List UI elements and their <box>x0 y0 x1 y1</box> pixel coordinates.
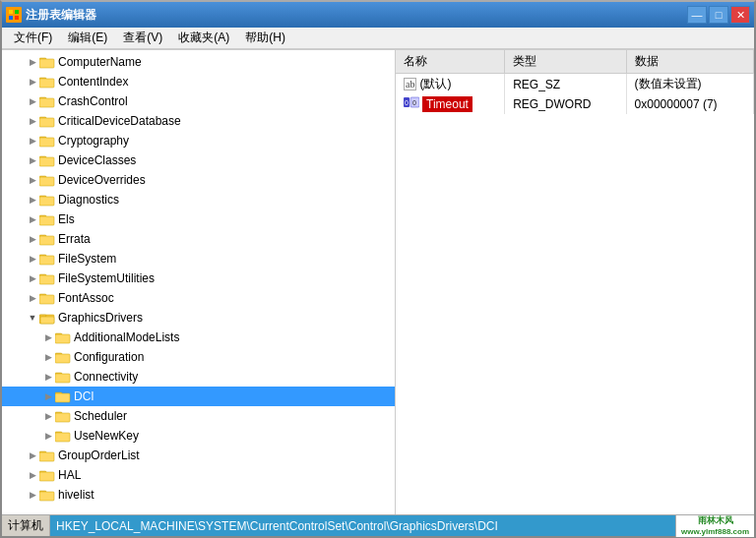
tree-item-hivelist[interactable]: ▶ hivelist <box>2 485 395 505</box>
svg-rect-42 <box>55 413 70 422</box>
tree-item-useNewKey[interactable]: ▶ UseNewKey <box>2 426 395 446</box>
col-header-data[interactable]: 数据 <box>626 50 753 74</box>
tree-item-crashControl[interactable]: ▶ CrashControl <box>2 91 395 111</box>
tree-item-diagnostics[interactable]: ▶ Diagnostics <box>2 190 395 209</box>
menu-help[interactable]: 帮助(H) <box>237 28 293 48</box>
close-button[interactable]: ✕ <box>730 6 750 24</box>
tree-item-dci[interactable]: ▶ DCI <box>2 387 395 406</box>
folder-icon <box>55 370 71 384</box>
tree-item-fileSystemUtilities[interactable]: ▶ FileSystemUtilities <box>2 269 395 288</box>
svg-rect-36 <box>55 354 70 363</box>
folder-icon <box>39 252 55 266</box>
window-controls: — □ ✕ <box>687 6 750 24</box>
menu-edit[interactable]: 编辑(E) <box>60 28 115 48</box>
reg-data-cell: 0x00000007 (7) <box>626 94 753 114</box>
tree-item-label: CrashControl <box>58 94 128 108</box>
tree-item-contentIndex[interactable]: ▶ ContentIndex <box>2 72 395 91</box>
main-content: ▶ ComputerName▶ ContentIndex▶ CrashContr… <box>2 49 754 514</box>
dword-icon: 0 0 <box>404 96 419 108</box>
svg-rect-23 <box>39 236 54 245</box>
folder-icon <box>39 173 55 187</box>
svg-rect-3 <box>15 16 19 20</box>
tree-item-hal[interactable]: ▶ HAL <box>2 465 395 485</box>
expand-icon: ▶ <box>41 429 55 443</box>
svg-rect-11 <box>39 118 54 127</box>
table-row-timeout[interactable]: 0 0 Timeout REG_DWORD 0x00000007 (7) <box>396 94 754 114</box>
table-row-default[interactable]: ab(默认) REG_SZ (数值未设置) <box>396 74 754 95</box>
tree-item-criticalDeviceDatabase[interactable]: ▶ CriticalDeviceDatabase <box>2 111 395 131</box>
status-path: HKEY_LOCAL_MACHINE\SYSTEM\CurrentControl… <box>50 515 675 536</box>
col-header-type[interactable]: 类型 <box>505 50 626 74</box>
folder-icon <box>55 409 71 423</box>
registry-values-panel: 名称 类型 数据 ab(默认) REG_SZ (数值未设置) 0 0 Timeo… <box>396 50 754 514</box>
expand-icon: ▶ <box>26 291 39 305</box>
tree-item-label: FileSystem <box>58 252 116 266</box>
menu-favorites[interactable]: 收藏夹(A) <box>170 28 237 48</box>
maximize-button[interactable]: □ <box>709 6 728 24</box>
reg-type-cell: REG_SZ <box>505 74 626 95</box>
status-logo: 雨林木风www.ylmf888.com <box>675 515 754 537</box>
expand-icon: ▶ <box>41 330 55 344</box>
folder-icon <box>39 193 55 207</box>
tree-item-scheduler[interactable]: ▶ Scheduler <box>2 406 395 426</box>
expand-icon: ▶ <box>26 212 39 226</box>
registry-tree[interactable]: ▶ ComputerName▶ ContentIndex▶ CrashContr… <box>2 50 395 514</box>
svg-rect-13 <box>39 138 54 147</box>
values-table-container[interactable]: 名称 类型 数据 ab(默认) REG_SZ (数值未设置) 0 0 Timeo… <box>396 50 754 514</box>
col-header-name[interactable]: 名称 <box>396 50 505 74</box>
tree-item-label: Els <box>58 212 75 226</box>
reg-type-cell: REG_DWORD <box>505 94 626 114</box>
folder-icon <box>39 75 55 89</box>
tree-item-fontAssoc[interactable]: ▶ FontAssoc <box>2 288 395 308</box>
svg-rect-0 <box>9 10 13 14</box>
folder-icon <box>39 448 55 462</box>
minimize-button[interactable]: — <box>687 6 707 24</box>
tree-item-deviceClasses[interactable]: ▶ DeviceClasses <box>2 150 395 170</box>
expand-icon: ▶ <box>26 448 39 462</box>
expand-icon: ▶ <box>41 409 55 423</box>
tree-item-configuration[interactable]: ▶ Configuration <box>2 347 395 367</box>
tree-item-graphicsDrivers[interactable]: ▼ GraphicsDrivers <box>2 308 395 328</box>
tree-item-connectivity[interactable]: ▶ Connectivity <box>2 367 395 387</box>
tree-item-groupOrderList[interactable]: ▶ GroupOrderList <box>2 446 395 465</box>
tree-item-additionalModeLists[interactable]: ▶ AdditionalModeLists <box>2 328 395 347</box>
tree-item-els[interactable]: ▶ Els <box>2 209 395 229</box>
tree-item-label: Connectivity <box>74 370 138 384</box>
svg-rect-25 <box>39 256 54 265</box>
folder-icon <box>39 55 55 69</box>
values-table: 名称 类型 数据 ab(默认) REG_SZ (数值未设置) 0 0 Timeo… <box>396 50 754 114</box>
tree-item-label: hivelist <box>58 488 94 502</box>
tree-item-label: AdditionalModeLists <box>74 330 179 344</box>
folder-icon <box>39 291 55 305</box>
folder-icon <box>39 134 55 148</box>
reg-name-cell: ab(默认) <box>396 74 505 95</box>
tree-item-fileSystem[interactable]: ▶ FileSystem <box>2 249 395 269</box>
folder-icon <box>39 468 55 482</box>
tree-item-deviceOverrides[interactable]: ▶ DeviceOverrides <box>2 170 395 190</box>
tree-item-label: ContentIndex <box>58 75 128 89</box>
folder-icon <box>55 330 71 344</box>
folder-icon <box>39 153 55 167</box>
expand-icon: ▶ <box>26 252 39 266</box>
expand-icon: ▶ <box>26 55 39 69</box>
tree-item-label: FontAssoc <box>58 291 114 305</box>
tree-item-computerName[interactable]: ▶ ComputerName <box>2 52 395 72</box>
menu-file[interactable]: 文件(F) <box>6 28 60 48</box>
svg-rect-38 <box>55 374 70 383</box>
ab-icon: ab <box>404 78 416 90</box>
svg-rect-9 <box>39 98 54 107</box>
expand-icon: ▶ <box>26 232 39 246</box>
expand-icon: ▶ <box>26 193 39 207</box>
svg-rect-27 <box>39 275 54 284</box>
svg-text:0: 0 <box>412 99 416 106</box>
tree-item-cryptography[interactable]: ▶ Cryptography <box>2 131 395 150</box>
tree-item-errata[interactable]: ▶ Errata <box>2 229 395 249</box>
tree-item-label: CriticalDeviceDatabase <box>58 114 181 128</box>
tree-item-label: GroupOrderList <box>58 448 140 462</box>
folder-icon <box>39 311 55 325</box>
menu-view[interactable]: 查看(V) <box>115 28 170 48</box>
expand-icon: ▶ <box>26 271 39 285</box>
svg-rect-1 <box>15 10 19 14</box>
tree-item-label: Cryptography <box>58 134 129 148</box>
tree-item-label: ComputerName <box>58 55 142 69</box>
